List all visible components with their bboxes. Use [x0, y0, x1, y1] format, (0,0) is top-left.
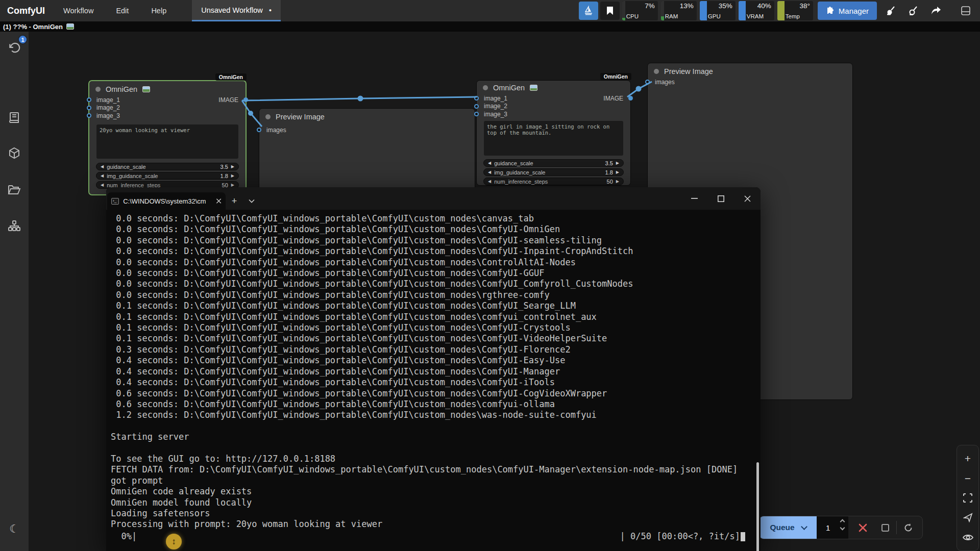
collapse-dot[interactable] — [483, 85, 488, 90]
spinner-down-icon[interactable] — [840, 525, 845, 531]
stop-button[interactable] — [874, 516, 896, 539]
sidebar-item-node-map[interactable] — [4, 216, 24, 236]
fit-view-button[interactable] — [960, 490, 975, 506]
decrement-arrow-icon[interactable]: ◀ — [488, 170, 491, 174]
workflow-tab[interactable]: Unsaved Workflow ● — [192, 0, 281, 21]
decrement-arrow-icon[interactable]: ◀ — [101, 183, 104, 187]
menu-edit[interactable]: Edit — [105, 0, 140, 21]
increment-arrow-icon[interactable]: ▶ — [231, 174, 234, 178]
input-port[interactable] — [87, 97, 91, 102]
batch-count-spinner[interactable] — [841, 520, 844, 530]
input-port[interactable] — [645, 80, 650, 84]
node-title-row[interactable]: Preview Image — [648, 63, 852, 78]
input-slot-image-2[interactable]: image_2 — [477, 103, 630, 111]
sidebar-item-queue[interactable]: 1 — [4, 38, 24, 58]
terminal-tab-title: C:\WINDOWS\system32\cmd. — [123, 197, 206, 205]
collapse-dot[interactable] — [654, 69, 659, 74]
sidebar-item-model-library[interactable] — [4, 143, 24, 163]
input-port[interactable] — [257, 128, 261, 132]
widget-img-guidance-scale[interactable]: ◀ img_guidance_scale 1.8 ▶ — [96, 172, 239, 180]
terminal-titlebar[interactable]: ›_ C:\WINDOWS\system32\cmd. + — [106, 187, 761, 210]
cube-icon — [8, 147, 20, 159]
slot-label: image_2 — [484, 103, 507, 110]
bookmark-button[interactable] — [600, 2, 620, 20]
free-memory-button[interactable] — [903, 2, 924, 20]
toggle-link-visibility-button[interactable] — [960, 530, 975, 545]
input-port[interactable] — [87, 106, 91, 110]
prompt-text-widget[interactable]: the girl in image_1 sitting on rock on t… — [484, 121, 623, 156]
decrement-arrow-icon[interactable]: ◀ — [488, 180, 491, 184]
panel-toggle-button[interactable] — [955, 2, 976, 20]
minimize-button[interactable] — [681, 187, 707, 210]
free-vram-button[interactable] — [881, 2, 901, 20]
decrement-arrow-icon[interactable]: ◀ — [101, 174, 104, 178]
widget-guidance-scale[interactable]: ◀ guidance_scale 3.5 ▶ — [96, 163, 239, 170]
input-slot-image-3[interactable]: image_3 — [89, 112, 246, 120]
sidebar-item-node-library[interactable] — [4, 107, 24, 128]
decrement-arrow-icon[interactable]: ◀ — [488, 161, 491, 165]
node-omnigen-1[interactable]: OmniGen OmniGen image_1 IMAGE image_2 im… — [88, 80, 247, 195]
new-tab-button[interactable]: + — [226, 192, 243, 210]
terminal-window[interactable]: ›_ C:\WINDOWS\system32\cmd. + — [106, 187, 761, 551]
node-title-row[interactable]: OmniGen — [477, 81, 630, 94]
increment-arrow-icon[interactable]: ▶ — [616, 180, 619, 184]
collapse-dot[interactable] — [265, 114, 271, 119]
spinner-up-icon[interactable] — [840, 519, 845, 524]
widget-img-guidance-scale[interactable]: ◀ img_guidance_scale 1.8 ▶ — [483, 168, 624, 176]
output-port[interactable] — [628, 96, 633, 101]
link-midpoint-dot[interactable] — [636, 86, 642, 92]
node-title-row[interactable]: Preview Image — [259, 109, 475, 123]
crystools-button[interactable] — [579, 2, 598, 20]
maximize-button[interactable] — [707, 187, 734, 210]
decrement-arrow-icon[interactable]: ◀ — [101, 165, 104, 169]
sidebar-item-workflows[interactable] — [4, 180, 24, 200]
output-slot-image[interactable]: IMAGE — [218, 96, 246, 104]
sidebar-item-theme-toggle[interactable]: ☾ — [4, 519, 24, 539]
input-slot-images[interactable]: images — [259, 126, 475, 134]
terminal-tab[interactable]: ›_ C:\WINDOWS\system32\cmd. — [107, 192, 226, 210]
input-port[interactable] — [474, 96, 479, 101]
clear-queue-button[interactable] — [851, 516, 874, 539]
refresh-button[interactable] — [897, 516, 919, 539]
close-button[interactable] — [734, 187, 761, 210]
output-port[interactable] — [243, 97, 248, 102]
prompt-text-widget[interactable]: 20yo woman looking at viewer — [96, 124, 238, 159]
input-slot-image-1[interactable]: image_1 IMAGE — [477, 94, 630, 103]
input-slot-image-3[interactable]: image_3 — [477, 110, 630, 118]
increment-arrow-icon[interactable]: ▶ — [616, 161, 619, 165]
input-slot-image-1[interactable]: image_1 IMAGE — [89, 96, 246, 104]
input-slot-image-2[interactable]: image_2 — [89, 104, 246, 112]
node-title-row[interactable]: OmniGen — [89, 81, 246, 96]
zoom-out-button[interactable]: − — [960, 470, 975, 486]
pan-mode-button[interactable] — [960, 510, 975, 525]
manager-button[interactable]: Manager — [818, 2, 877, 20]
share-button[interactable] — [926, 2, 946, 20]
menu-help[interactable]: Help — [140, 0, 178, 21]
widget-guidance-scale[interactable]: ◀ guidance_scale 3.5 ▶ — [483, 159, 624, 167]
increment-arrow-icon[interactable]: ▶ — [231, 165, 234, 169]
output-slot-image[interactable]: IMAGE — [603, 95, 630, 102]
menu-workflow[interactable]: Workflow — [52, 0, 105, 21]
increment-arrow-icon[interactable]: ▶ — [231, 183, 234, 187]
increment-arrow-icon[interactable]: ▶ — [616, 170, 619, 174]
input-slot-images[interactable]: images — [648, 78, 852, 86]
collapse-dot[interactable] — [95, 87, 101, 92]
input-port[interactable] — [474, 104, 479, 109]
terminal-scrollbar[interactable] — [756, 462, 759, 551]
widget-value: 50 — [607, 179, 613, 185]
node-omnigen-2[interactable]: OmniGen OmniGen image_1 IMAGE image_2 im… — [476, 80, 631, 186]
batch-count-input[interactable]: 1 — [817, 516, 848, 539]
queue-button[interactable]: Queue — [760, 516, 817, 539]
tab-close-icon[interactable] — [216, 198, 222, 204]
input-port[interactable] — [474, 112, 479, 116]
tab-dropdown-button[interactable] — [243, 192, 260, 210]
widget-num-inference-steps[interactable]: ◀ num_inference_steps 50 ▶ — [483, 178, 624, 185]
terminal-output[interactable]: 0.0 seconds: D:\ComfyUI\ComfyUI_windows_… — [106, 210, 761, 551]
link-midpoint-dot[interactable] — [358, 96, 363, 102]
node-preview-image-1[interactable]: Preview Image images — [259, 108, 475, 192]
zoom-in-button[interactable]: + — [960, 450, 975, 466]
input-port[interactable] — [87, 113, 91, 118]
browser-title-text: (1) ??% - OmniGen — [3, 23, 63, 31]
link-midpoint-dot[interactable] — [248, 111, 253, 116]
link-omnigen1-to-omnigen2[interactable] — [242, 97, 477, 101]
